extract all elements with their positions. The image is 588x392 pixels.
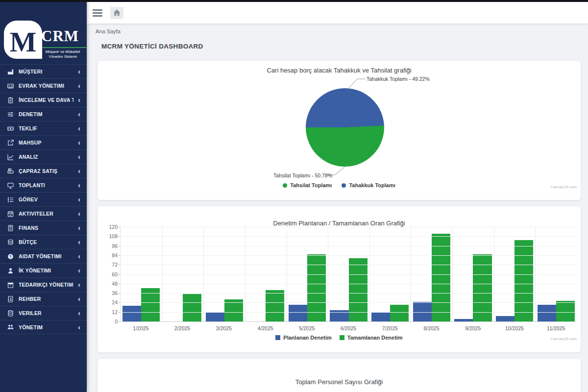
y-axis-tick: 36: [99, 290, 118, 296]
sidebar-item--apraz-sati-[interactable]: ÇAPRAZ SATIŞ‹: [0, 164, 87, 178]
y-axis-tick: 96: [99, 243, 118, 249]
bar-planlanan-denetim[interactable]: [496, 316, 514, 321]
sidebar-item-aidat-y-netimi[interactable]: ?AIDAT YÖNETIMI‹: [0, 249, 87, 263]
bar-tamamlanan-denetim[interactable]: [432, 234, 450, 321]
gridline: [121, 302, 577, 303]
chevron-left-icon: ‹: [78, 125, 80, 132]
bar-planlanan-denetim[interactable]: [454, 319, 473, 321]
chevron-left-icon: ‹: [78, 68, 80, 75]
x-axis-label: 4/2025: [245, 325, 286, 331]
bar-planlanan-denetim[interactable]: [371, 312, 390, 321]
legend-item[interactable]: Tamamlanan Denetim: [340, 335, 403, 341]
sidebar-item-toplanti[interactable]: TOPLANTI‹: [0, 178, 87, 192]
breadcrumb[interactable]: Ana Sayfa: [96, 28, 588, 34]
gridline: [245, 227, 245, 321]
archive-box-icon: [7, 281, 14, 288]
x-axis-label: 6/2025: [328, 325, 369, 331]
bar-planlanan-denetim[interactable]: [289, 305, 307, 321]
pie-chart-card: Cari hesap borç alacak Tahakkuk ve Tahsi…: [98, 61, 581, 200]
gridline: [494, 227, 494, 321]
hamburger-menu-icon[interactable]: [93, 9, 102, 17]
sidebar-item-mahsup[interactable]: MAHSUP‹: [0, 135, 87, 149]
gridline: [121, 274, 577, 275]
gridline: [121, 236, 577, 237]
clipboard-icon: [7, 97, 14, 103]
chevron-left-icon: ‹: [78, 267, 80, 274]
pie-chart-title: Cari hesap borç alacak Tahakkuk ve Tahsi…: [98, 61, 581, 74]
app-logo[interactable]: M CRM Müşavir ve Mükellef Yönetim Sistem…: [0, 0, 87, 64]
legend-item[interactable]: Tahsilat Toplamı: [283, 182, 332, 188]
bar-chart-plot: 01224364860728496108120: [120, 227, 577, 322]
y-axis-tick: 24: [99, 299, 118, 305]
bar-tamamlanan-denetim[interactable]: [266, 290, 284, 321]
sidebar-item-finans[interactable]: FINANS‹: [0, 220, 87, 235]
bar-planlanan-denetim[interactable]: [206, 312, 224, 321]
bar-tamamlanan-denetim[interactable]: [514, 240, 533, 321]
sidebar-item-tedarik-i-y-netimi[interactable]: TEDARIKÇI YÖNETIMI‹: [0, 277, 87, 292]
legend-item[interactable]: Planlanan Denetim: [275, 335, 331, 341]
calendar-check-icon: [7, 210, 14, 217]
gridline: [203, 227, 204, 321]
bar-tamamlanan-denetim[interactable]: [556, 301, 575, 321]
chevron-left-icon: ‹: [78, 111, 80, 118]
sidebar-item-b-t-e[interactable]: BÜTÇE‹: [0, 235, 87, 249]
y-axis-tick: 60: [99, 271, 118, 277]
sidebar-item-label: İK YÖNETIMI: [19, 268, 74, 273]
bar-legend: Planlanan DenetimTamamlanan Denetim: [98, 335, 581, 341]
sidebar-item-i-nceleme-ve-dava-takip[interactable]: İNCELEME VE DAVA TAKIP‹: [0, 93, 87, 107]
calculator-icon: [7, 224, 14, 231]
window-top-border: [0, 0, 588, 2]
x-axis-label: 2/2025: [162, 325, 203, 331]
y-axis-tick: 48: [99, 281, 118, 287]
chevron-left-icon: ‹: [78, 97, 80, 103]
bar-tamamlanan-denetim[interactable]: [183, 294, 201, 321]
bar-tamamlanan-denetim[interactable]: [390, 305, 409, 321]
personnel-chart-title: Toplam Personel Sayısı Grafiği: [98, 359, 581, 386]
watermark[interactable]: CanvasJS.com: [550, 337, 577, 341]
sidebar-item-label: GÖREV: [19, 196, 74, 202]
sidebar-item-aktiviteler[interactable]: AKTIVITELER‹: [0, 206, 87, 220]
sidebar-item-m-teri[interactable]: MÜŞTERI‹: [0, 64, 87, 78]
sidebar-item-analiz[interactable]: ANALIZ‹: [0, 149, 87, 164]
x-axis-labels: 1/20252/20253/20254/20255/20256/20257/20…: [120, 325, 577, 331]
sidebar-item-label: VERILER: [19, 310, 74, 316]
sidebar-item-i-k-y-netimi[interactable]: İK YÖNETIMI‹: [0, 263, 87, 277]
legend-marker-icon: [275, 335, 280, 340]
home-button[interactable]: [110, 7, 123, 19]
sidebar-item-veriler[interactable]: VERILER‹: [0, 306, 87, 320]
sidebar-item-label: EVRAK YÖNETIMI: [19, 83, 74, 89]
sidebar-menu: MÜŞTERI‹EVRAK YÖNETIMI‹İNCELEME VE DAVA …: [0, 64, 87, 334]
legend-label: Tahakkuk Toplamı: [349, 182, 395, 188]
y-axis-tick: 120: [99, 224, 118, 230]
x-axis-label: 9/2025: [452, 325, 494, 331]
watermark[interactable]: CanvasJS.com: [550, 185, 577, 189]
gridline: [452, 227, 453, 321]
sidebar-item-label: ÇAPRAZ SATIŞ: [19, 168, 74, 174]
gridline: [121, 312, 577, 313]
sidebar-item-teklif[interactable]: TEKLIF‹: [0, 121, 87, 135]
sidebar-item-label: TEKLIF: [19, 125, 74, 131]
chevron-left-icon: ‹: [78, 153, 80, 160]
bar-planlanan-denetim[interactable]: [538, 305, 556, 321]
pie-chart[interactable]: [306, 88, 384, 167]
bar-planlanan-denetim[interactable]: [122, 306, 141, 321]
legend-item[interactable]: Tahakkuk Toplamı: [342, 182, 395, 188]
users-icon: [7, 324, 14, 331]
sidebar-item-y-netim[interactable]: YÖNETIM‹: [0, 320, 87, 334]
sidebar-item-evrak-y-netimi[interactable]: EVRAK YÖNETIMI‹: [0, 78, 87, 93]
gridline: [121, 293, 577, 294]
sidebar-item-label: REHBER: [19, 296, 74, 302]
legend-marker-icon: [342, 183, 346, 188]
sidebar-item-denetim[interactable]: DENETIM‹: [0, 107, 87, 121]
sidebar-item-rehber[interactable]: REHBER‹: [0, 292, 87, 306]
bar-chart-card: Denetim Planlanan / Tamamlanan Oran Graf…: [98, 206, 581, 352]
sidebar-item-label: AKTIVITELER: [19, 211, 74, 217]
sidebar-item-label: BÜTÇE: [19, 239, 74, 245]
personnel-chart-card: Toplam Personel Sayısı Grafiği: [98, 359, 581, 392]
sidebar-item-g-rev[interactable]: GÖREV‹: [0, 192, 87, 206]
home-icon: [113, 9, 121, 16]
chevron-left-icon: ‹: [78, 295, 80, 302]
logo-divider: [42, 47, 86, 48]
pie-label-tahakkuk: Tahakkuk Toplamı - 49.22%: [367, 76, 430, 82]
logo-mark: M: [4, 21, 42, 59]
